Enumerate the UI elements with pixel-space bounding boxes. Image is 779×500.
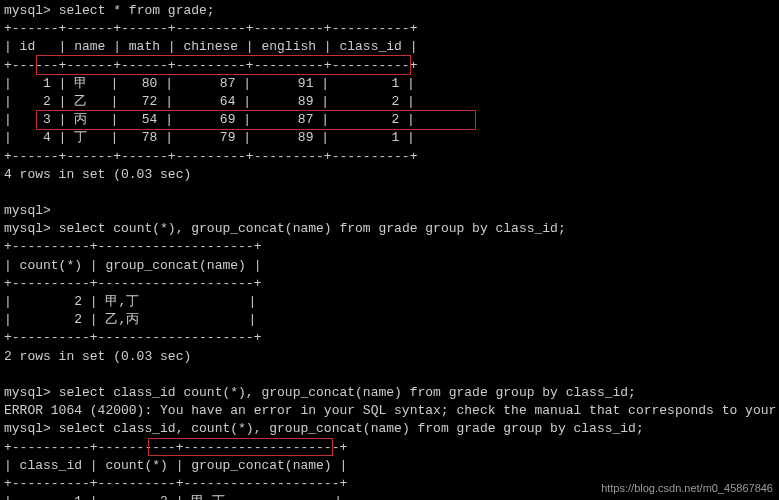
terminal-output: mysql> select * from grade; +------+----… <box>0 0 779 500</box>
query-4: select class_id, count(*), group_concat(… <box>59 421 644 436</box>
t3-header: | class_id | count(*) | group_concat(nam… <box>4 457 779 475</box>
error-line: ERROR 1064 (42000): You have an error in… <box>4 402 779 420</box>
t2-header: | count(*) | group_concat(name) | <box>4 257 779 275</box>
query-2: select count(*), group_concat(name) from… <box>59 221 566 236</box>
prompt: mysql> <box>4 221 51 236</box>
prompt: mysql> <box>4 3 51 18</box>
t1-row: | 4 | 丁 | 78 | 79 | 89 | 1 | <box>4 129 779 147</box>
t2-sep-mid: +----------+--------------------+ <box>4 275 779 293</box>
t2-row: | 2 | 乙,丙 | <box>4 311 779 329</box>
t2-sep-bot: +----------+--------------------+ <box>4 329 779 347</box>
t1-row: | 2 | 乙 | 72 | 64 | 89 | 2 | <box>4 93 779 111</box>
t1-sep-bot: +------+------+------+---------+--------… <box>4 148 779 166</box>
prompt: mysql> <box>4 385 51 400</box>
prompt: mysql> <box>4 421 51 436</box>
t1-footer: 4 rows in set (0.03 sec) <box>4 166 779 184</box>
t2-row: | 2 | 甲,丁 | <box>4 293 779 311</box>
query-1: select * from grade; <box>59 3 215 18</box>
prompt: mysql> <box>4 203 51 218</box>
watermark: https://blog.csdn.net/m0_45867846 <box>601 481 773 496</box>
t2-footer: 2 rows in set (0.03 sec) <box>4 348 779 366</box>
t1-row: | 1 | 甲 | 80 | 87 | 91 | 1 | <box>4 75 779 93</box>
t1-sep-mid: +------+------+------+---------+--------… <box>4 57 779 75</box>
t2-sep-top: +----------+--------------------+ <box>4 238 779 256</box>
t1-header: | id | name | math | chinese | english |… <box>4 38 779 56</box>
t1-row: | 3 | 丙 | 54 | 69 | 87 | 2 | <box>4 111 779 129</box>
t1-sep-top: +------+------+------+---------+--------… <box>4 20 779 38</box>
t3-sep-top: +----------+----------+-----------------… <box>4 439 779 457</box>
query-3: select class_id count(*), group_concat(n… <box>59 385 636 400</box>
